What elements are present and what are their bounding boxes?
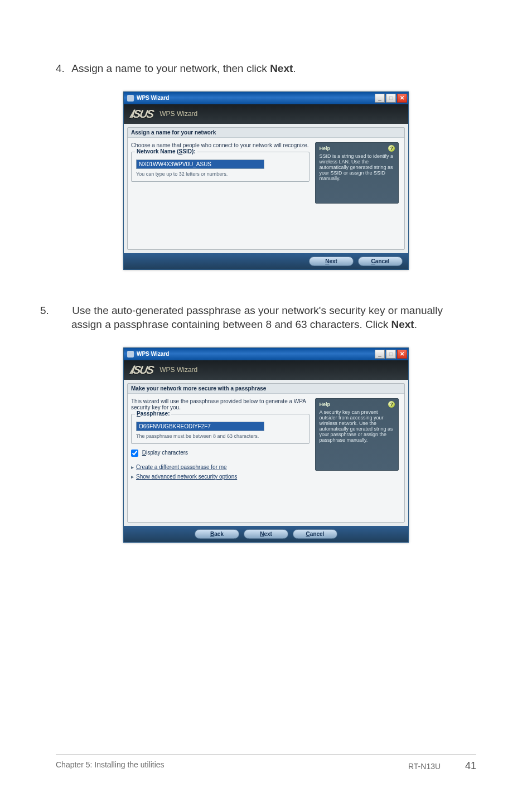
cancel-button[interactable]: Cancel <box>358 257 403 266</box>
help-text: SSID is a string used to identify a wire… <box>319 153 395 181</box>
passphrase-legend: Passphrase: <box>135 410 171 417</box>
brand-bar: ISUS WPS Wizard <box>124 360 408 380</box>
app-icon <box>127 95 134 102</box>
help-title: Help <box>319 402 330 407</box>
step5-bold: Next <box>391 318 414 330</box>
ssid-hint: You can type up to 32 letters or numbers… <box>136 171 304 177</box>
cancel-button[interactable]: Cancel <box>293 529 337 539</box>
maximize-button[interactable]: □ <box>386 350 396 359</box>
display-characters-row: Display characters <box>131 450 309 457</box>
back-button[interactable]: Back <box>195 529 239 539</box>
step4-number: 4. <box>56 61 69 76</box>
panel-title: Make your network more secure with a pas… <box>128 384 404 394</box>
next-button[interactable]: Next <box>309 257 354 266</box>
step5-instruction: 5. Use the auto-generated passphrase as … <box>71 303 476 332</box>
step4-text: Assign a name to your network, then clic… <box>71 62 270 74</box>
app-icon <box>127 351 134 357</box>
panel-description: This wizard will use the passphrase prov… <box>131 398 309 410</box>
panel-description: Choose a name that people who connect to… <box>131 142 309 148</box>
maximize-button[interactable]: □ <box>386 94 396 103</box>
wps-wizard-label: WPS Wizard <box>159 110 197 118</box>
wps-dialog-passphrase: WPS Wizard _ □ ✕ ISUS WPS Wizard Make yo… <box>123 347 409 543</box>
wps-wizard-label: WPS Wizard <box>159 366 197 374</box>
passphrase-input[interactable] <box>136 422 264 431</box>
minimize-button[interactable]: _ <box>375 94 385 103</box>
help-panel: Help ? SSID is a string used to identify… <box>315 142 399 204</box>
ssid-input[interactable] <box>136 160 264 169</box>
display-characters-checkbox[interactable] <box>131 450 138 457</box>
ssid-fieldset: Network Name (SSID): You can type up to … <box>131 152 309 182</box>
brand-bar: ISUS WPS Wizard <box>124 104 408 124</box>
link-create-different-passphrase[interactable]: Create a different passphrase for me <box>131 462 309 472</box>
step4-bold: Next <box>270 62 293 74</box>
ssid-legend: Network Name (SSID): <box>135 148 197 154</box>
close-button[interactable]: ✕ <box>397 94 407 103</box>
next-button[interactable]: Next <box>244 529 288 539</box>
help-icon: ? <box>388 401 395 408</box>
panel-title: Assign a name for your network <box>128 128 404 138</box>
footer-model: RT-N13U <box>408 762 441 771</box>
help-text: A security key can prevent outsider from… <box>319 409 395 443</box>
help-panel: Help ? A security key can prevent outsid… <box>315 398 399 471</box>
passphrase-fieldset: Passphrase: The passphrase must be betwe… <box>131 414 309 444</box>
minimize-button[interactable]: _ <box>375 350 385 359</box>
page-footer: Chapter 5: Installing the utilities RT-N… <box>56 754 476 772</box>
passphrase-hint: The passphrase must be between 8 and 63 … <box>136 433 304 439</box>
footer-chapter: Chapter 5: Installing the utilities <box>56 760 165 772</box>
window-titlebar: WPS Wizard _ □ ✕ <box>124 348 408 360</box>
window-title: WPS Wizard <box>137 95 374 101</box>
wps-dialog-ssid: WPS Wizard _ □ ✕ ISUS WPS Wizard Assign … <box>123 91 409 270</box>
step4-instruction: 4. Assign a name to your network, then c… <box>56 61 476 76</box>
help-icon: ? <box>388 145 395 152</box>
help-title: Help <box>319 146 330 151</box>
step4-after: . <box>293 62 296 74</box>
button-bar: Next Cancel <box>124 253 408 269</box>
step5-after: . <box>414 318 417 330</box>
asus-logo: ISUS <box>129 108 154 120</box>
step5-text: Use the auto-generated passphrase as you… <box>71 305 443 331</box>
window-title: WPS Wizard <box>137 351 374 357</box>
button-bar: Back Next Cancel <box>124 526 408 542</box>
step5-number: 5. <box>56 303 69 318</box>
close-button[interactable]: ✕ <box>397 350 407 359</box>
asus-logo: ISUS <box>129 364 154 376</box>
footer-page-number: 41 <box>465 760 476 771</box>
window-titlebar: WPS Wizard _ □ ✕ <box>124 92 408 104</box>
link-show-advanced-security[interactable]: Show advanced network security options <box>131 472 309 481</box>
